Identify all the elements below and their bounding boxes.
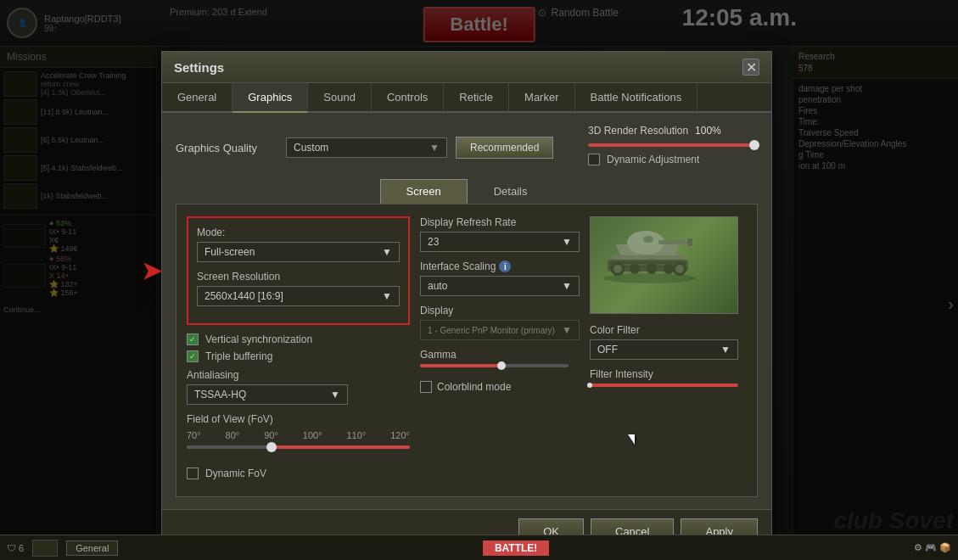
- mode-group: Mode: Full-screen ▼: [197, 227, 400, 262]
- dynamic-fov-row: Dynamic FoV: [187, 468, 410, 479]
- graphics-quality-label: Graphics Quality: [176, 142, 277, 154]
- dynamic-fov-checkbox[interactable]: [187, 468, 199, 479]
- interface-scaling-label: Interface Scaling i: [420, 260, 580, 272]
- display-value: 1 - Generic PnP Monitor (primary): [428, 326, 555, 335]
- red-highlight-box: ➤ Mode: Full-screen ▼ Screen Resolution …: [187, 216, 410, 325]
- display-arrow: ▼: [562, 324, 572, 336]
- close-button[interactable]: ✕: [742, 59, 759, 76]
- tab-battle-notifications[interactable]: Battle Notifications: [575, 83, 698, 111]
- bottom-battle-btn[interactable]: BATTLE!: [483, 540, 549, 556]
- tab-reticle[interactable]: Reticle: [444, 83, 509, 111]
- svg-point-8: [630, 264, 640, 274]
- antialiasing-label: Antialiasing: [187, 369, 410, 381]
- colorblind-row: Colorblind mode: [420, 381, 580, 393]
- interface-scaling-value: auto: [428, 280, 447, 292]
- mode-dropdown[interactable]: Full-screen ▼: [197, 242, 400, 262]
- colorblind-label: Colorblind mode: [437, 381, 511, 393]
- display-group: Display 1 - Generic PnP Monitor (primary…: [420, 305, 580, 340]
- svg-rect-17: [687, 238, 692, 246]
- bottom-tab-general[interactable]: General: [66, 540, 118, 556]
- dynamic-adjustment-checkbox[interactable]: [588, 154, 600, 165]
- antialiasing-value: TSSAA-HQ: [194, 389, 246, 400]
- refresh-rate-label: Display Refresh Rate: [420, 216, 580, 228]
- fov-track: [187, 445, 410, 449]
- colorblind-checkbox[interactable]: [420, 381, 432, 393]
- filter-intensity-slider[interactable]: [590, 384, 738, 390]
- fov-markers: 70° 80° 90° 100° 110° 120°: [187, 430, 410, 440]
- gamma-label: Gamma: [420, 349, 580, 361]
- fov-80: 80°: [226, 430, 240, 440]
- triple-buffer-checkbox[interactable]: ✓: [187, 350, 199, 362]
- antialiasing-dropdown[interactable]: TSSAA-HQ ▼: [187, 384, 348, 405]
- graphics-quality-arrow: ▼: [429, 142, 440, 154]
- filter-intensity-track: [590, 384, 738, 387]
- bottom-icons: ⚙ 🎮 📦: [914, 542, 951, 553]
- svg-point-15: [643, 236, 653, 243]
- tab-general[interactable]: General: [162, 83, 232, 111]
- middle-column: Display Refresh Rate 23 ▼ Interface Scal…: [420, 216, 590, 484]
- info-icon[interactable]: i: [499, 260, 511, 272]
- render-slider[interactable]: [588, 142, 758, 148]
- color-filter-group: Color Filter OFF ▼: [590, 324, 747, 360]
- mode-value: Full-screen: [204, 246, 255, 258]
- display-label: Display: [420, 305, 580, 316]
- fov-100: 100°: [303, 430, 322, 440]
- refresh-rate-dropdown[interactable]: 23 ▼: [420, 232, 580, 252]
- vertical-sync-checkbox[interactable]: ✓: [187, 333, 199, 345]
- triple-buffer-label: Triple buffering: [205, 350, 272, 362]
- tab-screen[interactable]: Screen: [380, 179, 468, 204]
- fov-fill-left: [187, 445, 272, 449]
- tab-controls[interactable]: Controls: [372, 83, 444, 111]
- antialiasing-arrow: ▼: [330, 389, 340, 400]
- render-slider-thumb[interactable]: [749, 140, 759, 150]
- tab-sound[interactable]: Sound: [308, 83, 372, 111]
- interface-scaling-dropdown[interactable]: auto ▼: [420, 276, 580, 296]
- interface-scaling-arrow: ▼: [562, 280, 572, 292]
- gamma-group: Gamma: [420, 349, 580, 372]
- gamma-thumb[interactable]: [497, 361, 506, 370]
- tab-bar: General Graphics Sound Controls Reticle …: [162, 83, 771, 113]
- tab-details[interactable]: Details: [468, 179, 554, 204]
- tank-svg: [591, 217, 709, 285]
- tab-marker[interactable]: Marker: [509, 83, 574, 111]
- gamma-slider[interactable]: [420, 364, 580, 372]
- resolution-label: Screen Resolution: [197, 271, 400, 283]
- graphics-quality-group: Graphics Quality Custom ▼ Recommended: [176, 125, 553, 171]
- mode-label: Mode:: [197, 227, 400, 238]
- color-filter-arrow: ▼: [720, 344, 731, 356]
- tab-graphics[interactable]: Graphics: [232, 83, 308, 113]
- graphics-quality-dropdown[interactable]: Custom ▼: [286, 137, 447, 158]
- filter-intensity-thumb[interactable]: [587, 383, 592, 388]
- fov-slider[interactable]: [187, 445, 410, 459]
- recommended-button[interactable]: Recommended: [456, 137, 553, 159]
- fov-thumb[interactable]: [266, 442, 277, 452]
- fov-70: 70°: [187, 430, 201, 440]
- resolution-value: 2560x1440 [16:9]: [204, 290, 283, 302]
- fov-label: Field of View (FoV): [187, 413, 410, 425]
- resolution-group: Screen Resolution 2560x1440 [16:9] ▼: [197, 271, 400, 306]
- game-bottom-bar: 🛡 6 General BATTLE! ⚙ 🎮 📦: [0, 535, 958, 560]
- inner-tab-bar: Screen Details: [176, 179, 758, 204]
- dynamic-adjustment-label: Dynamic Adjustment: [607, 154, 699, 165]
- tank-preview: [590, 216, 738, 314]
- cursor: [628, 434, 635, 445]
- interface-scaling-group: Interface Scaling i auto ▼: [420, 260, 580, 296]
- vertical-sync-row: ✓ Vertical synchronization: [187, 333, 410, 345]
- top-settings-row: Graphics Quality Custom ▼ Recommended 3D…: [176, 125, 758, 171]
- fov-group: Field of View (FoV) 70° 80° 90° 100° 110…: [187, 413, 410, 459]
- tank-icon: [32, 540, 58, 557]
- color-filter-dropdown[interactable]: OFF ▼: [590, 339, 738, 360]
- resolution-dropdown[interactable]: 2560x1440 [16:9] ▼: [197, 286, 400, 306]
- vertical-sync-label: Vertical synchronization: [205, 333, 312, 345]
- settings-title: Settings: [174, 60, 224, 75]
- triple-buffer-row: ✓ Triple buffering: [187, 350, 410, 362]
- display-dropdown[interactable]: 1 - Generic PnP Monitor (primary) ▼: [420, 320, 580, 340]
- svg-point-9: [647, 264, 657, 274]
- render-resolution-value: 100%: [695, 125, 721, 137]
- right-column: Color Filter OFF ▼ Filter Intensity: [590, 216, 747, 484]
- dynamic-fov-label: Dynamic FoV: [205, 468, 266, 479]
- mode-dropdown-arrow: ▼: [382, 246, 392, 258]
- fov-110: 110°: [347, 430, 367, 440]
- dynamic-adjustment-row: Dynamic Adjustment: [588, 154, 758, 165]
- refresh-rate-group: Display Refresh Rate 23 ▼: [420, 216, 580, 252]
